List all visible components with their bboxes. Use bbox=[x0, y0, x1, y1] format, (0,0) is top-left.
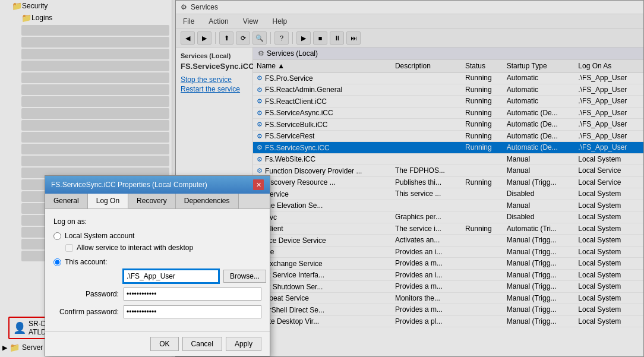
local-system-radio-row: Local System account bbox=[53, 232, 261, 240]
local-system-label: Local System account bbox=[65, 232, 134, 240]
confirm-password-label: Confirm password: bbox=[53, 308, 119, 316]
apply-button[interactable]: Apply bbox=[226, 337, 261, 351]
tab-recovery[interactable]: Recovery bbox=[128, 194, 176, 208]
dialog-footer: OK Cancel Apply bbox=[45, 331, 270, 356]
account-input-row: Browse... bbox=[53, 270, 261, 283]
this-account-label: This account: bbox=[65, 258, 107, 266]
password-label: Password: bbox=[53, 290, 119, 298]
local-system-radio[interactable] bbox=[53, 232, 61, 240]
confirm-password-input[interactable] bbox=[124, 305, 261, 318]
allow-interact-checkbox[interactable] bbox=[65, 244, 73, 252]
dialog-titlebar: FS.ServiceSync.iCC Properties (Local Com… bbox=[45, 176, 270, 194]
dialog-overlay: FS.ServiceSync.iCC Properties (Local Com… bbox=[0, 0, 644, 357]
password-row: Password: bbox=[53, 288, 261, 301]
tab-logon[interactable]: Log On bbox=[88, 194, 128, 208]
ok-button[interactable]: OK bbox=[150, 337, 178, 351]
this-account-radio-row: This account: bbox=[53, 258, 261, 266]
confirm-password-row: Confirm password: bbox=[53, 305, 261, 318]
properties-dialog: FS.ServiceSync.iCC Properties (Local Com… bbox=[45, 175, 270, 356]
cancel-button[interactable]: Cancel bbox=[182, 337, 222, 351]
allow-interact-row: Allow service to interact with desktop bbox=[53, 244, 261, 252]
log-on-as-title: Log on as: bbox=[53, 217, 261, 226]
dialog-tabs: General Log On Recovery Dependencies bbox=[45, 194, 270, 209]
dialog-close-button[interactable]: ✕ bbox=[253, 179, 264, 190]
account-input[interactable] bbox=[124, 270, 219, 283]
tab-dependencies[interactable]: Dependencies bbox=[176, 194, 239, 208]
dialog-body: Log on as: Local System account Allow se… bbox=[45, 209, 270, 331]
browse-button[interactable]: Browse... bbox=[223, 270, 266, 283]
password-input[interactable] bbox=[124, 288, 261, 301]
tab-general[interactable]: General bbox=[45, 194, 88, 208]
allow-interact-label: Allow service to interact with desktop bbox=[77, 244, 193, 252]
dialog-title: FS.ServiceSync.iCC Properties (Local Com… bbox=[51, 181, 207, 189]
this-account-radio[interactable] bbox=[53, 258, 61, 266]
